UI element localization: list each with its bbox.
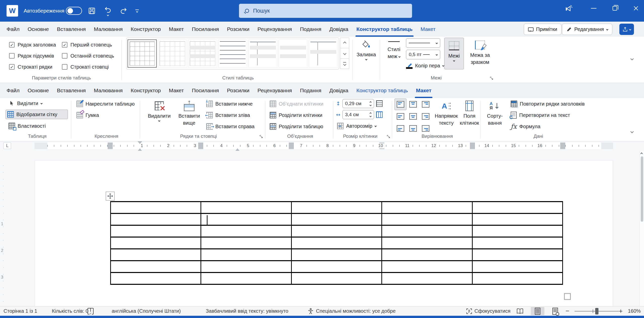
ribbon-tab[interactable]: Конструктор [127, 83, 165, 98]
ribbon-tab[interactable]: Подання [296, 22, 325, 37]
pen-color-button[interactable]: Колір пера [405, 61, 446, 70]
save-button[interactable] [87, 6, 97, 16]
editing-mode-button[interactable]: Редагування [562, 24, 612, 35]
ribbon-tab[interactable]: Рецензування [254, 22, 296, 37]
scroll-up-icon[interactable] [640, 153, 643, 155]
table-cell[interactable] [473, 238, 563, 249]
ribbon-tab[interactable]: Подання [296, 83, 325, 98]
column-width-spinner[interactable]: 3,4 см [342, 110, 374, 119]
table-style-header-vline-banded[interactable] [248, 39, 277, 68]
table-cell[interactable] [201, 273, 292, 285]
share-button[interactable] [619, 24, 634, 35]
spinner-arrows[interactable] [370, 102, 371, 106]
properties-button[interactable]: Властивості [7, 121, 47, 131]
ribbon-tab[interactable]: Розсилки [223, 22, 253, 37]
table-cell[interactable] [292, 214, 382, 226]
border-line-weight-dropdown[interactable]: 0,5 пт [406, 50, 440, 59]
zoom-slider-thumb[interactable] [595, 308, 598, 314]
column-marker[interactable] [289, 143, 294, 149]
checkbox-banded-rows[interactable]: Строкаті рядки [9, 64, 62, 70]
align-top-right-button[interactable] [420, 99, 432, 110]
table-cell[interactable] [473, 226, 563, 238]
ribbon-tab[interactable]: Макет [165, 22, 188, 37]
feedback-button[interactable] [561, 0, 578, 17]
table-cell[interactable] [111, 226, 201, 238]
ribbon-tab[interactable]: Файл [3, 22, 24, 37]
gallery-scroll-up-button[interactable] [340, 38, 349, 48]
table-cell[interactable] [292, 249, 382, 261]
table-cell[interactable] [292, 261, 382, 273]
table-cell[interactable] [111, 238, 201, 249]
word-count[interactable]: Кількість слів: 0 [52, 306, 89, 316]
proofing-status[interactable]: ✓ [88, 306, 94, 316]
table-cell[interactable] [111, 202, 201, 214]
gallery-more-button[interactable] [340, 58, 349, 69]
border-line-style-dropdown[interactable] [406, 38, 440, 48]
search-input[interactable]: Пошук [239, 4, 412, 18]
vertical-scrollbar[interactable] [639, 151, 644, 306]
align-top-center-button[interactable] [407, 99, 419, 110]
checkbox-banded-columns[interactable]: Строкаті стовпці [62, 64, 115, 70]
ribbon-tab[interactable]: Довідка [325, 83, 352, 98]
align-bottom-right-button[interactable] [420, 123, 432, 134]
ribbon-tab[interactable]: Макет [165, 83, 188, 98]
autofit-button[interactable]: ↔ Авторозмір [336, 121, 378, 131]
rows-columns-dialog-launcher[interactable] [259, 134, 264, 139]
ribbon-tab[interactable]: Основне [24, 22, 53, 37]
tab-table-layout[interactable]: Макет [417, 22, 439, 37]
insert-below-button[interactable]: ↓ Вставити нижче [205, 99, 256, 109]
table-cell[interactable] [111, 273, 201, 285]
language-indicator[interactable]: англійська (Сполучені Штати) [112, 306, 181, 316]
ribbon-tab[interactable]: Вставлення [53, 83, 90, 98]
shading-button[interactable]: Заливка [354, 38, 379, 60]
table-cell[interactable] [201, 226, 292, 238]
split-table-button[interactable]: Розділити таблицю [268, 122, 325, 131]
align-top-left-button[interactable] [394, 99, 407, 110]
tab-table-layout-active[interactable]: Макет [412, 83, 435, 98]
zoom-in-button[interactable]: + [619, 306, 623, 316]
read-mode-button[interactable] [513, 307, 527, 315]
insert-above-button[interactable]: ↑ Вставити вище [177, 100, 202, 126]
insert-left-button[interactable]: ← Вставити зліва [205, 110, 256, 120]
table-cell[interactable] [201, 214, 292, 226]
ribbon-tab[interactable]: Основне [24, 83, 53, 98]
web-layout-button[interactable] [548, 307, 562, 315]
redo-button[interactable] [118, 6, 129, 16]
column-marker[interactable] [198, 143, 203, 149]
ribbon-tab[interactable]: Конструктор [127, 22, 165, 37]
table-cell[interactable] [473, 261, 563, 273]
distribute-rows-icon[interactable] [376, 100, 383, 107]
column-marker[interactable] [108, 143, 113, 149]
ribbon-tab[interactable]: Малювання [90, 83, 127, 98]
table-style-banded-plain[interactable] [278, 39, 308, 68]
zoom-level[interactable]: 160% [628, 306, 641, 316]
table-cell[interactable] [201, 249, 292, 261]
table-style-header-vline[interactable] [309, 39, 338, 68]
table-style-plain-grid[interactable] [128, 39, 157, 68]
collapse-ribbon-button[interactable] [631, 56, 633, 61]
cell-margins-button[interactable]: Поля клітинок [459, 100, 479, 126]
table-cell[interactable] [111, 214, 201, 226]
ribbon-tab[interactable]: Рецензування [254, 83, 296, 98]
customize-quick-access-button[interactable] [132, 6, 142, 16]
ribbon-tab[interactable]: Розсилки [223, 83, 253, 98]
border-styles-button[interactable]: Стилі меж [384, 39, 404, 60]
table-cell[interactable] [201, 261, 292, 273]
border-painter-button[interactable]: Межа за зразком [466, 39, 494, 65]
ribbon-tab[interactable]: Малювання [90, 22, 127, 37]
cell-size-dialog-launcher[interactable] [386, 134, 391, 139]
column-marker[interactable] [560, 143, 565, 149]
view-gridlines-button[interactable]: Відобразити сітку [6, 110, 68, 119]
first-line-indent-marker[interactable] [138, 141, 142, 144]
draw-table-button[interactable]: Накреслити таблицю [75, 99, 136, 109]
table-cell[interactable] [111, 261, 201, 273]
tab-table-design-active[interactable]: Конструктор таблиць [352, 22, 417, 37]
ribbon-tab[interactable]: Посилання [188, 83, 223, 98]
predictive-text-indicator[interactable]: Завбачливий ввід тексту: увімкнуто [206, 306, 288, 316]
close-button[interactable] [628, 0, 644, 17]
table-cell[interactable] [382, 273, 472, 285]
table-cell[interactable] [292, 226, 382, 238]
ribbon-tab[interactable]: Посилання [188, 22, 223, 37]
zoom-out-button[interactable]: − [566, 306, 569, 316]
checkbox-last-column[interactable]: Останній стовпець [62, 53, 115, 59]
